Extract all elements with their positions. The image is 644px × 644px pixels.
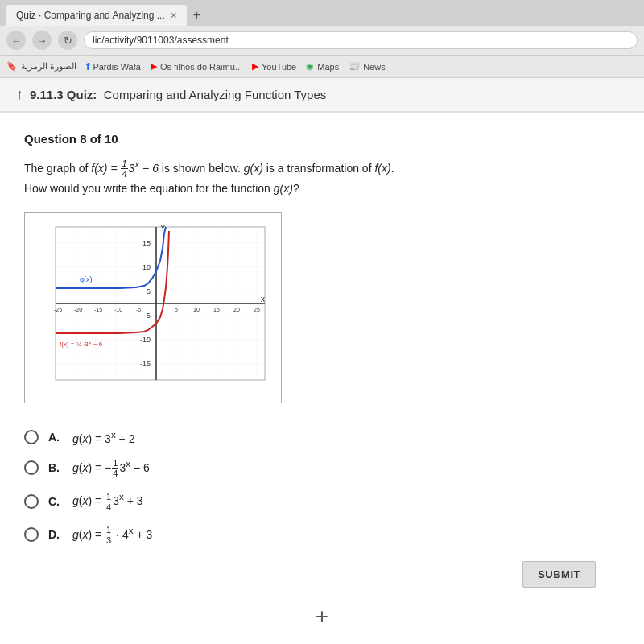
browser-chrome: Quiz · Comparing and Analyzing ... ✕ + ←…	[0, 0, 644, 78]
choice-b[interactable]: B. g(x) = −143x − 6	[24, 458, 620, 479]
quiz-full-title: Comparing and Analyzing Function Types	[104, 88, 327, 101]
frac-d: 13	[105, 525, 112, 545]
tab-label: Quiz · Comparing and Analyzing ...	[16, 10, 165, 21]
facebook-icon: f	[86, 60, 89, 72]
new-tab-button[interactable]: +	[193, 8, 200, 23]
bookmark-pardis[interactable]: f Pardis Wafa	[86, 60, 141, 72]
svg-text:-10: -10	[114, 307, 122, 312]
choice-a-equation: g(x) = 3x + 2	[72, 429, 134, 445]
choice-a-label: A.	[48, 431, 60, 444]
question-number: Question 8 of 10	[24, 132, 620, 146]
radio-d[interactable]	[24, 527, 39, 542]
submit-button[interactable]: SUBMIT	[522, 561, 596, 588]
arabic-icon: 🔖	[6, 61, 18, 72]
frac-b: 14	[112, 458, 118, 478]
reload-button[interactable]: ↻	[58, 31, 77, 50]
svg-text:20: 20	[233, 307, 240, 312]
radio-a[interactable]	[24, 430, 39, 444]
choice-d-label: D.	[48, 528, 60, 541]
graph-container: 15 10 5 -5 -10 -15 -25 -20 -15 -10 -5 5 …	[24, 212, 282, 403]
svg-text:10: 10	[193, 307, 200, 312]
svg-text:¼: ¼	[76, 341, 82, 348]
bookmark-arabic-label: الصورة الرمزية	[21, 61, 76, 72]
tab-bar: Quiz · Comparing and Analyzing ... ✕ +	[0, 0, 644, 26]
bookmark-os-filhos-label: Os filhos do Raimu...	[160, 62, 242, 72]
choice-b-label: B.	[48, 461, 60, 474]
page-content: ↑ 9.11.3 Quiz: Comparing and Analyzing F…	[0, 78, 644, 644]
active-tab[interactable]: Quiz · Comparing and Analyzing ... ✕	[6, 5, 187, 26]
question-text: The graph of f(x) = 143x − 6 is shown be…	[24, 157, 620, 197]
svg-text:-15: -15	[140, 360, 151, 368]
forward-button[interactable]: →	[32, 31, 52, 50]
radio-c[interactable]	[24, 494, 39, 509]
svg-text:-5: -5	[144, 312, 151, 320]
address-bar-row: ← → ↻ lic/activity/9011003/assessment	[0, 26, 644, 55]
svg-text:5: 5	[175, 307, 178, 312]
svg-text:25: 25	[254, 307, 260, 312]
submit-row: SUBMIT	[24, 545, 620, 604]
svg-text:x: x	[261, 295, 265, 303]
fx-notation: f(x) = 143x − 6	[91, 162, 159, 175]
bookmark-os-filhos[interactable]: ▶ Os filhos do Raimu...	[151, 61, 242, 72]
address-bar[interactable]: lic/activity/9011003/assessment	[84, 31, 638, 49]
bookmarks-bar: 🔖 الصورة الرمزية f Pardis Wafa ▶ Os filh…	[0, 55, 644, 77]
choice-d[interactable]: D. g(x) = 13 · 4x + 3	[24, 525, 620, 546]
maps-icon: ◉	[306, 61, 314, 72]
youtube-icon-1: ▶	[151, 61, 157, 72]
choice-c-equation: g(x) = 143x + 3	[72, 491, 143, 512]
bookmark-arabic[interactable]: 🔖 الصورة الرمزية	[6, 61, 76, 72]
youtube-icon-2: ▶	[252, 61, 258, 72]
svg-text:-20: -20	[74, 307, 82, 312]
news-icon: 📰	[349, 61, 360, 72]
choice-d-equation: g(x) = 13 · 4x + 3	[72, 525, 152, 546]
quiz-number-label: 9.11.3 Quiz:	[30, 88, 97, 101]
bookmark-maps[interactable]: ◉ Maps	[306, 61, 339, 72]
svg-text:15: 15	[142, 239, 151, 247]
svg-text:-15: -15	[94, 307, 102, 312]
svg-text:f(x) =: f(x) =	[60, 341, 75, 348]
quiz-body: Question 8 of 10 The graph of f(x) = 143…	[0, 113, 644, 644]
svg-text:5: 5	[147, 287, 151, 295]
back-arrow-icon[interactable]: ↑	[16, 86, 23, 103]
choice-a[interactable]: A. g(x) = 3x + 2	[24, 429, 620, 445]
quiz-header: ↑ 9.11.3 Quiz: Comparing and Analyzing F…	[0, 78, 644, 113]
add-button[interactable]: +	[24, 604, 620, 638]
svg-text:-10: -10	[140, 336, 151, 344]
bookmark-news[interactable]: 📰 News	[349, 61, 386, 72]
choice-b-equation: g(x) = −143x − 6	[72, 458, 150, 479]
svg-text:-25: -25	[54, 307, 62, 312]
bookmark-news-label: News	[363, 62, 386, 72]
quiz-title: 9.11.3 Quiz: Comparing and Analyzing Fun…	[30, 88, 326, 101]
fraction-one-fourth: 14	[121, 159, 127, 179]
svg-text:·3ˣ − 6: ·3ˣ − 6	[83, 341, 103, 348]
bookmark-youtube[interactable]: ▶ YouTube	[252, 61, 296, 72]
bookmark-pardis-label: Pardis Wafa	[93, 62, 141, 72]
answer-choices: A. g(x) = 3x + 2 B. g(x) = −143x − 6 C. …	[24, 429, 620, 545]
radio-b[interactable]	[24, 460, 39, 475]
gx-notation: g(x)	[244, 162, 263, 175]
svg-text:15: 15	[213, 307, 220, 312]
svg-text:-5: -5	[136, 307, 141, 312]
bookmark-maps-label: Maps	[317, 62, 339, 72]
close-icon[interactable]: ✕	[170, 10, 177, 21]
svg-text:g(x): g(x)	[80, 275, 93, 283]
choice-c[interactable]: C. g(x) = 143x + 3	[24, 491, 620, 512]
back-button[interactable]: ←	[6, 31, 26, 50]
function-graph: 15 10 5 -5 -10 -15 -25 -20 -15 -10 -5 5 …	[31, 219, 273, 396]
bookmark-youtube-label: YouTube	[262, 62, 296, 72]
svg-text:10: 10	[142, 263, 151, 271]
frac-c: 14	[105, 492, 112, 512]
choice-c-label: C.	[48, 495, 60, 508]
